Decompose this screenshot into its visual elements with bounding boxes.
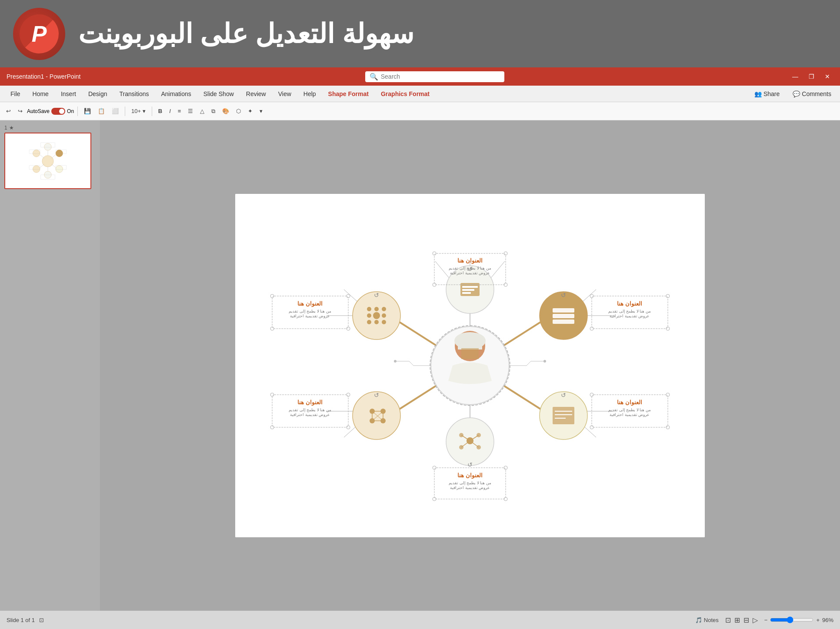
canvas-area[interactable]: ↺ العنوان هنا من هنا لا يطمح إلى تقديم ع… xyxy=(100,120,840,611)
slide-svg: ↺ العنوان هنا من هنا لا يطمح إلى تقديم ع… xyxy=(235,194,705,537)
toolbar-italic[interactable]: I xyxy=(167,106,173,116)
normal-view-button[interactable]: ⊡ xyxy=(725,616,731,624)
svg-point-109 xyxy=(373,312,380,319)
toolbar-bullets[interactable]: ☰ xyxy=(185,106,196,116)
svg-text:العنوان هنا: العنوان هنا xyxy=(617,300,642,307)
comments-label: Comments xyxy=(802,90,831,97)
svg-point-5 xyxy=(56,166,63,173)
comments-icon: 💬 xyxy=(793,90,800,97)
view-buttons: ⊡ ⊞ ⊟ ▷ xyxy=(725,616,758,624)
menu-file[interactable]: File xyxy=(4,88,27,100)
svg-text:عروض تقديمية احترافية: عروض تقديمية احترافية xyxy=(290,314,330,319)
autosave-switch[interactable] xyxy=(51,108,65,115)
menu-view[interactable]: View xyxy=(272,88,297,100)
menu-insert[interactable]: Insert xyxy=(55,88,82,100)
svg-point-113 xyxy=(382,320,386,324)
share-icon: 👥 xyxy=(754,90,762,97)
svg-text:↺: ↺ xyxy=(374,292,379,299)
svg-rect-60 xyxy=(553,314,574,318)
svg-text:العنوان هنا: العنوان هنا xyxy=(297,300,323,307)
menu-home[interactable]: Home xyxy=(27,88,55,100)
svg-point-107 xyxy=(382,307,386,311)
close-button[interactable]: ✕ xyxy=(821,72,833,81)
menu-graphics-format[interactable]: Graphics Format xyxy=(375,88,436,100)
menu-review[interactable]: Review xyxy=(240,88,272,100)
svg-text:عروض تقديمية احترافية: عروض تقديمية احترافية xyxy=(450,486,490,490)
zoom-level: 96% xyxy=(822,617,833,623)
slide-icon: ⊡ xyxy=(39,617,44,623)
slide-sorter-button[interactable]: ⊞ xyxy=(734,616,740,624)
font-size-dropdown[interactable]: 10+ ▾ xyxy=(129,106,148,116)
search-input[interactable] xyxy=(381,73,500,80)
toolbar-shapes[interactable]: △ xyxy=(197,106,207,116)
toolbar-format[interactable]: ⬜ xyxy=(109,106,121,116)
share-label: Share xyxy=(763,90,780,97)
zoom-out-button[interactable]: − xyxy=(764,617,768,623)
slide-thumbnail[interactable] xyxy=(4,133,91,189)
banner-title: سهولة التعديل على البوربوينت xyxy=(78,18,414,50)
slide-info: Slide 1 of 1 xyxy=(7,617,35,623)
notes-button[interactable]: 🎵 Notes xyxy=(695,617,719,623)
logo-letter: P xyxy=(32,21,47,47)
svg-text:من هنا لا يطمح إلى تقديم: من هنا لا يطمح إلى تقديم xyxy=(289,408,331,413)
toolbar-more[interactable]: ▾ xyxy=(257,106,265,116)
toolbar-effects[interactable]: ✦ xyxy=(245,106,255,116)
toolbar-outline[interactable]: ⬡ xyxy=(233,106,243,116)
svg-rect-47 xyxy=(462,289,474,291)
notes-icon: 🎵 xyxy=(695,617,702,623)
svg-rect-43 xyxy=(461,348,479,359)
search-box[interactable]: 🔍 xyxy=(365,71,504,82)
svg-point-123 xyxy=(353,392,400,439)
slideshow-button[interactable]: ▷ xyxy=(753,616,758,624)
reading-view-button[interactable]: ⊟ xyxy=(743,616,749,624)
svg-text:عروض تقديمية احترافية: عروض تقديمية احترافية xyxy=(450,271,490,276)
svg-text:من هنا لا يطمح إلى تقديم: من هنا لا يطمح إلى تقديم xyxy=(608,408,651,413)
toolbar-arrange[interactable]: ⧉ xyxy=(209,106,218,116)
menu-bar: File Home Insert Design Transitions Anim… xyxy=(0,86,840,102)
svg-point-6 xyxy=(44,143,51,150)
svg-text:العنوان هنا: العنوان هنا xyxy=(457,257,483,264)
svg-text:↺: ↺ xyxy=(467,461,473,468)
menu-help[interactable]: Help xyxy=(297,88,322,100)
share-button[interactable]: 👥 Share xyxy=(750,89,784,99)
menu-slideshow[interactable]: Slide Show xyxy=(197,88,240,100)
menu-animations[interactable]: Animations xyxy=(155,88,197,100)
autosave-toggle: AutoSave On xyxy=(27,108,74,115)
powerpoint-logo: P xyxy=(13,8,65,60)
svg-point-146 xyxy=(543,360,546,363)
svg-point-108 xyxy=(367,313,371,318)
search-icon: 🔍 xyxy=(370,73,378,81)
slide-canvas[interactable]: ↺ العنوان هنا من هنا لا يطمح إلى تقديم ع… xyxy=(235,194,705,537)
menu-design[interactable]: Design xyxy=(82,88,113,100)
toolbar-save[interactable]: 💾 xyxy=(81,106,93,116)
menu-shape-format[interactable]: Shape Format xyxy=(322,88,375,100)
svg-text:العنوان هنا: العنوان هنا xyxy=(617,399,642,406)
svg-rect-59 xyxy=(553,308,574,313)
minimize-button[interactable]: — xyxy=(789,72,802,81)
toolbar-copy[interactable]: 📋 xyxy=(95,106,107,116)
autosave-state: On xyxy=(67,108,74,114)
svg-text:↺: ↺ xyxy=(374,392,379,399)
restore-button[interactable]: ❐ xyxy=(805,72,818,81)
toolbar-bold[interactable]: B xyxy=(156,106,165,116)
top-banner: P سهولة التعديل على البوربوينت xyxy=(0,0,840,67)
svg-point-4 xyxy=(33,166,40,173)
toolbar-separator-2 xyxy=(125,106,125,116)
menu-right-actions: 👥 Share 💬 Comments xyxy=(750,89,836,99)
toolbar: ↩ ↪ AutoSave On 💾 📋 ⬜ 10+ ▾ B I ≡ ☰ △ ⧉ … xyxy=(0,102,840,120)
svg-point-105 xyxy=(367,307,371,311)
svg-rect-72 xyxy=(553,407,574,424)
comments-button[interactable]: 💬 Comments xyxy=(788,89,836,99)
zoom-slider[interactable] xyxy=(770,616,813,623)
toolbar-redo[interactable]: ↪ xyxy=(15,106,25,116)
svg-rect-46 xyxy=(462,286,478,288)
notes-label: Notes xyxy=(704,617,719,623)
svg-text:عروض تقديمية احترافية: عروض تقديمية احترافية xyxy=(610,314,649,319)
zoom-in-button[interactable]: + xyxy=(816,617,820,623)
toolbar-align[interactable]: ≡ xyxy=(175,106,184,116)
menu-transitions[interactable]: Transitions xyxy=(113,88,155,100)
toolbar-undo[interactable]: ↩ xyxy=(3,106,13,116)
toolbar-fill[interactable]: 🎨 xyxy=(220,106,232,116)
svg-point-1 xyxy=(42,156,53,167)
svg-point-110 xyxy=(382,313,386,318)
